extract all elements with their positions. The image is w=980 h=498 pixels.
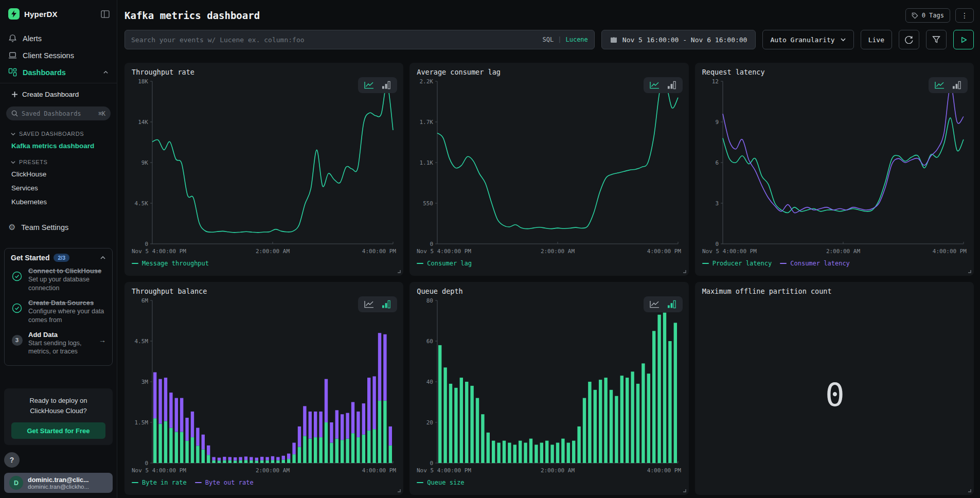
chart-type-toggle[interactable] <box>358 296 397 312</box>
chart-legend: Consumer lag <box>417 256 682 274</box>
saved-dashboards-search-input[interactable] <box>22 110 95 117</box>
sql-toggle[interactable]: SQL <box>543 36 554 43</box>
chart-type-toggle[interactable] <box>358 77 397 93</box>
run-query-button[interactable] <box>953 30 974 49</box>
line-chart-icon[interactable] <box>364 81 375 90</box>
line-chart-icon[interactable] <box>649 300 660 309</box>
bar-chart-icon[interactable] <box>381 300 391 309</box>
chart-title: Throughput rate <box>132 68 397 76</box>
saved-dashboards-section-header[interactable]: SAVED DASHBOARDS <box>0 124 117 139</box>
chart-type-toggle[interactable] <box>644 296 683 312</box>
chart-canvas[interactable]: 2.2K1.7K1.1K5500Nov 5 4:00:00 PM2:00:00 … <box>417 77 682 256</box>
svg-text:0: 0 <box>145 460 148 467</box>
logo-row: HyperDX <box>0 6 117 25</box>
line-chart-icon[interactable] <box>364 300 375 309</box>
get-started-free-button[interactable]: Get Started for Free <box>11 422 105 439</box>
chart-panel-offline-partition-count: Maximum offline partition count 0 <box>695 282 974 495</box>
chart-canvas[interactable]: 18K14K9K4.5K0Nov 5 4:00:00 PM2:00:00 AM4… <box>132 77 397 256</box>
lucene-toggle[interactable]: Lucene <box>565 36 587 43</box>
line-chart-icon[interactable] <box>649 81 660 90</box>
get-started-step-2[interactable]: Create Data Sources Configure where your… <box>11 299 106 325</box>
chart-canvas[interactable]: 806040200Nov 5 4:00:00 PM2:00:00 AM4:00:… <box>417 296 682 475</box>
chart-type-toggle[interactable] <box>644 77 683 93</box>
chart-legend: Producer latency Consumer latency <box>702 256 968 274</box>
svg-text:1.5M: 1.5M <box>135 419 149 426</box>
user-email: dominic.tran@clickho... <box>28 484 89 490</box>
sidebar-item-services[interactable]: Services <box>0 181 117 195</box>
get-started-step-1[interactable]: Connect to ClickHouse Set up your databa… <box>11 267 106 293</box>
sidebar-item-client-sessions[interactable]: Client Sessions <box>0 47 117 64</box>
get-started-card: Get Started 2/3 Connect to ClickHouse Se… <box>4 248 113 366</box>
svg-text:14K: 14K <box>138 119 148 126</box>
chart-legend: Queue size <box>417 475 682 493</box>
saved-dashboards-search[interactable]: ⌘K <box>6 106 111 120</box>
svg-text:Nov 5 4:00:00 PM: Nov 5 4:00:00 PM <box>132 248 186 255</box>
more-options-button[interactable]: ⋮ <box>955 8 974 23</box>
help-button[interactable]: ? <box>4 452 20 468</box>
chart-canvas[interactable]: 129630Nov 5 4:00:00 PM2:00:00 AM4:00:00 … <box>702 77 968 256</box>
resize-handle-icon[interactable] <box>682 269 686 273</box>
granularity-select[interactable]: Auto Granularity <box>762 30 853 49</box>
svg-text:2:00:00 AM: 2:00:00 AM <box>256 248 290 255</box>
line-chart-icon[interactable] <box>934 81 945 90</box>
arrow-right-icon: → <box>99 331 106 357</box>
tags-button[interactable]: 0 Tags <box>905 8 950 23</box>
sidebar-item-clickhouse[interactable]: ClickHouse <box>0 167 117 181</box>
nav-label: Dashboards <box>23 68 66 77</box>
create-dashboard-button[interactable]: Create Dashboard <box>0 83 117 102</box>
sidebar-item-kubernetes[interactable]: Kubernetes <box>0 195 117 209</box>
svg-text:18K: 18K <box>138 78 148 85</box>
chart-title: Maximum offline partition count <box>702 287 968 295</box>
chart-panel-consumer-lag: Average consumer lag 2.2K1.7K1.1K5500Nov… <box>409 63 688 276</box>
svg-text:6M: 6M <box>141 297 149 304</box>
refresh-button[interactable] <box>899 30 919 49</box>
svg-text:3: 3 <box>715 200 719 207</box>
svg-text:40: 40 <box>426 379 433 385</box>
chevron-up-icon <box>100 255 106 261</box>
resize-handle-icon[interactable] <box>682 488 686 492</box>
filter-icon <box>932 35 940 44</box>
event-search-input[interactable] <box>131 36 538 44</box>
bar-chart-icon[interactable] <box>951 81 962 90</box>
svg-text:2:00:00 AM: 2:00:00 AM <box>826 248 861 255</box>
chart-type-toggle[interactable] <box>929 77 968 93</box>
sidebar-item-kafka-dashboard[interactable]: Kafka metrics dashboard <box>0 139 117 153</box>
resize-handle-icon[interactable] <box>967 269 971 273</box>
get-started-header[interactable]: Get Started 2/3 <box>11 254 106 262</box>
filter-button[interactable] <box>926 30 947 49</box>
chevron-down-icon <box>10 131 16 137</box>
sidebar-item-dashboards[interactable]: Dashboards <box>0 64 117 81</box>
live-button[interactable]: Live <box>861 30 892 49</box>
chart-canvas[interactable]: 6M4.5M3M1.5M0Nov 5 4:00:00 PM2:00:00 AM4… <box>132 296 397 475</box>
deploy-card: Ready to deploy on ClickHouse Cloud? Get… <box>4 388 113 445</box>
sidebar-item-alerts[interactable]: Alerts <box>0 30 117 47</box>
presets-section-header[interactable]: PRESETS <box>0 153 117 167</box>
progress-badge: 2/3 <box>54 254 69 262</box>
bar-chart-icon[interactable] <box>666 300 677 309</box>
query-language-toggle: SQL | Lucene <box>543 36 588 43</box>
date-range-picker[interactable]: Nov 5 16:00:00 - Nov 6 16:00:00 <box>601 30 756 49</box>
resize-handle-icon[interactable] <box>397 269 401 273</box>
svg-text:60: 60 <box>426 338 433 345</box>
resize-handle-icon[interactable] <box>967 488 971 492</box>
check-circle-icon <box>11 299 23 325</box>
nav-label: Client Sessions <box>23 51 74 60</box>
svg-text:Nov 5 4:00:00 PM: Nov 5 4:00:00 PM <box>132 467 186 474</box>
charts-grid: Throughput rate 18K14K9K4.5K0Nov 5 4:00:… <box>124 63 974 495</box>
chart-title: Average consumer lag <box>417 68 682 76</box>
svg-text:4:00:00 PM: 4:00:00 PM <box>362 467 397 474</box>
get-started-step-3[interactable]: 3 Add Data Start sending logs, metrics, … <box>11 331 106 357</box>
app-root: HyperDX Alerts Client Sessions Dashboard… <box>0 0 980 498</box>
bar-chart-icon[interactable] <box>666 81 677 90</box>
sidebar-collapse-icon[interactable] <box>101 10 110 18</box>
user-menu[interactable]: D dominic.tran@clic... dominic.tran@clic… <box>4 473 113 493</box>
chart-panel-throughput-balance: Throughput balance 6M4.5M3M1.5M0Nov 5 4:… <box>124 282 403 495</box>
user-name: dominic.tran@clic... <box>28 476 89 484</box>
bar-chart-icon[interactable] <box>381 81 391 90</box>
plus-icon <box>11 91 18 98</box>
svg-text:0: 0 <box>145 241 148 247</box>
legend-item: Consumer latency <box>780 260 850 267</box>
resize-handle-icon[interactable] <box>397 488 401 492</box>
svg-text:4:00:00 PM: 4:00:00 PM <box>647 467 682 474</box>
sidebar-item-team-settings[interactable]: ⚙ Team Settings <box>0 218 117 237</box>
